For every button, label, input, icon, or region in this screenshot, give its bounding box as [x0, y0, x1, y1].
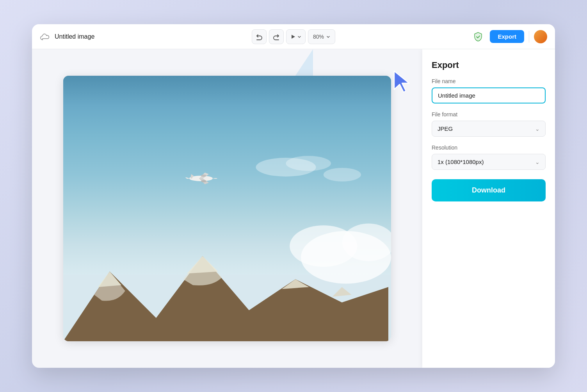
file-name-input[interactable] — [432, 87, 546, 103]
svg-point-5 — [324, 168, 361, 182]
file-format-select[interactable]: JPEG ⌄ — [432, 121, 546, 137]
doc-title: Untitled image — [55, 33, 94, 40]
resolution-chevron-icon: ⌄ — [535, 159, 540, 165]
scene — [63, 76, 391, 341]
undo-button[interactable] — [252, 29, 267, 44]
export-panel-title: Export — [432, 60, 546, 70]
redo-button[interactable] — [269, 29, 284, 44]
svg-point-14 — [201, 180, 206, 182]
svg-point-4 — [286, 156, 331, 171]
play-button[interactable] — [286, 29, 306, 44]
avatar[interactable] — [534, 30, 547, 43]
toolbar-right: Export — [471, 30, 547, 44]
app-container: Untitled image — [32, 24, 555, 368]
image-frame — [63, 76, 391, 341]
cloud-icon — [40, 31, 51, 42]
shield-button[interactable] — [471, 30, 485, 44]
file-name-label: File name — [432, 78, 546, 84]
resolution-value: 1x (1080*1080px) — [438, 159, 484, 165]
main-content: Export File name File format JPEG ⌄ Reso… — [32, 49, 555, 368]
resolution-label: Resolution — [432, 144, 546, 151]
file-format-label: File format — [432, 111, 546, 118]
zoom-button[interactable]: 80% — [308, 29, 335, 44]
resolution-group: Resolution 1x (1080*1080px) ⌄ — [432, 144, 546, 170]
toolbar-center: 80% — [252, 29, 335, 44]
canvas-area — [32, 49, 422, 368]
svg-point-13 — [201, 175, 206, 177]
file-format-group: File format JPEG ⌄ — [432, 111, 546, 137]
svg-marker-11 — [332, 287, 352, 297]
download-button[interactable]: Download — [432, 179, 546, 201]
zoom-value: 80% — [313, 34, 324, 40]
chevron-down-icon: ⌄ — [535, 126, 540, 132]
toolbar: Untitled image — [32, 24, 555, 49]
toolbar-divider — [529, 31, 529, 43]
export-button[interactable]: Export — [490, 30, 524, 43]
file-name-group: File name — [432, 78, 546, 103]
export-panel: Export File name File format JPEG ⌄ Reso… — [422, 49, 555, 368]
resolution-select[interactable]: 1x (1080*1080px) ⌄ — [432, 154, 546, 170]
file-format-value: JPEG — [438, 125, 453, 132]
